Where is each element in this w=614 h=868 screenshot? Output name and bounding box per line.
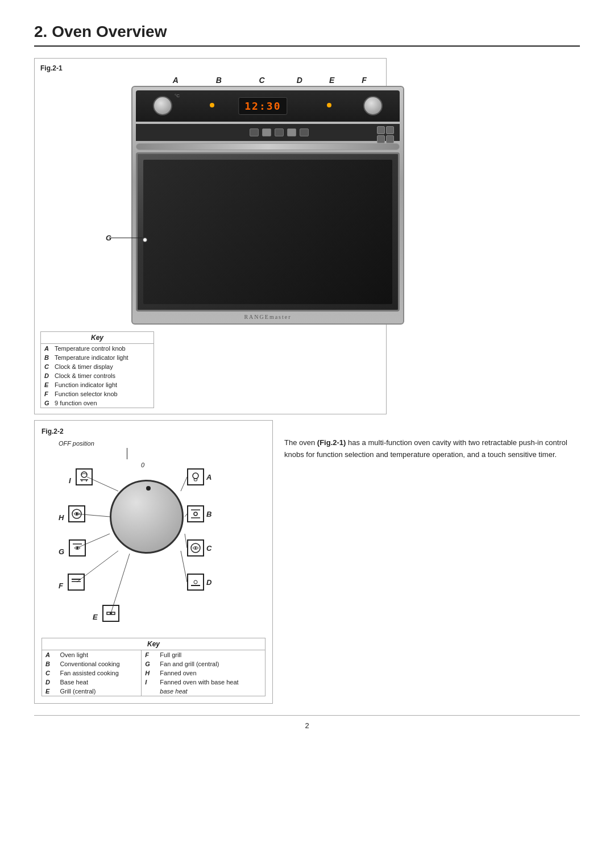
callout-C: C <box>240 76 284 85</box>
g-callout-line <box>111 238 143 238</box>
svg-point-15 <box>193 473 198 479</box>
fig-ref: (Fig.2-1) <box>317 438 346 447</box>
key-cell-H-text: Fanned oven <box>156 668 265 678</box>
key-row-D: D Clock & timer controls <box>41 371 154 380</box>
key-header-fig1: Key <box>41 332 154 344</box>
key-cell-B-text: Conventional cooking <box>56 659 141 668</box>
svg-point-6 <box>81 472 87 477</box>
key-cell-F-text: Full grill <box>156 650 265 660</box>
page-footer: 2 <box>34 715 580 730</box>
svg-point-11 <box>76 513 78 515</box>
func-label-F: F <box>59 582 63 590</box>
temp-control-knob-visual <box>153 96 172 115</box>
key-cell-I-text: Fanned oven with base heat <box>156 678 265 687</box>
func-icon-I <box>76 468 93 485</box>
func-label-H: H <box>59 513 64 522</box>
key-row-F: F Function selector knob <box>41 389 154 398</box>
svg-line-25 <box>181 477 187 491</box>
func-icon-H <box>68 505 85 522</box>
func-icon-C <box>187 539 204 556</box>
func-icon-G <box>69 539 86 556</box>
key-row-B: B Temperature indicator light <box>41 353 154 362</box>
func-icon-D <box>187 574 204 591</box>
key-cell-F-letter: F <box>142 650 157 660</box>
callout-E: E <box>316 76 348 85</box>
func-icon-D-area: D <box>187 574 211 591</box>
zero-mark: 0 <box>141 462 144 468</box>
key-cell-C-letter: C <box>42 668 57 678</box>
svg-point-12 <box>76 547 78 549</box>
key-cell-G-text: Fan and grill (central) <box>156 659 265 668</box>
svg-point-16 <box>194 512 197 516</box>
func-indicator-dot <box>327 103 331 107</box>
ctrl-btn-5 <box>300 128 309 136</box>
func-icon-G-area: G <box>59 539 86 556</box>
key-row-A: A Temperature control knob <box>41 344 154 353</box>
bottom-section: Fig.2-2 OFF position 0 I <box>34 420 580 704</box>
key-cell-C-text: Fan assisted cooking <box>56 668 141 678</box>
ctrl-btn-1 <box>250 128 259 136</box>
func-selector-knob <box>110 480 184 554</box>
func-label-C: C <box>206 544 211 553</box>
callout-F: F <box>348 76 380 85</box>
key-cell-I2 <box>142 687 157 696</box>
key-cell-A-text: Oven light <box>56 650 141 660</box>
g-dot <box>143 238 147 242</box>
func-icon-A <box>187 468 204 485</box>
key-cell-I-continued: base heat <box>156 687 265 696</box>
key-cell-D-text: Base heat <box>56 678 141 687</box>
key-cell-E-text: Grill (central) <box>56 687 141 696</box>
func-icon-F-area: F <box>59 574 85 591</box>
key-row-G: G 9 function oven <box>41 398 154 408</box>
key-cell-D-letter: D <box>42 678 57 687</box>
knob-indicator <box>146 486 151 491</box>
key-cell-B-letter: B <box>42 659 57 668</box>
fig2-2-label: Fig.2-2 <box>42 427 265 435</box>
func-icon-A-area: A <box>187 468 211 485</box>
callout-A: A <box>154 76 197 85</box>
func-selector-knob-visual <box>363 96 383 115</box>
fig2-1-label: Fig.2-1 <box>40 64 380 72</box>
callout-B: B <box>197 76 240 85</box>
svg-point-14 <box>110 612 112 614</box>
key-cell-G-letter: G <box>142 659 157 668</box>
func-label-I: I <box>69 476 71 485</box>
oven-window <box>136 152 400 312</box>
right-panel-btn-2 <box>386 126 394 134</box>
func-icon-B-area: B <box>187 505 211 522</box>
ctrl-btn-2 <box>262 128 271 136</box>
fig2-2-container: Fig.2-2 OFF position 0 I <box>34 420 273 704</box>
key-cell-A-letter: A <box>42 650 57 660</box>
key-cell-I-letter: I <box>142 678 157 687</box>
key-table-fig2: Key A Oven light F Full grill B Conventi… <box>42 638 265 696</box>
key-header-fig2: Key <box>42 638 265 650</box>
key-cell-H-letter: H <box>142 668 157 678</box>
callout-D: D <box>283 76 316 85</box>
func-label-D: D <box>206 578 211 587</box>
key-table-fig1: Key A Temperature control knob B Tempera… <box>40 331 154 408</box>
oven-handle <box>136 143 400 150</box>
func-label-G: G <box>59 547 64 556</box>
section-title: 2. Oven Overview <box>34 23 580 47</box>
off-line <box>127 448 127 459</box>
func-icon-E <box>102 605 119 622</box>
description-area: The oven (Fig.2-1) The oven (Fig.2-1) ha… <box>284 420 580 704</box>
func-label-E: E <box>93 613 98 621</box>
svg-line-28 <box>181 551 187 582</box>
fig2-1-container: Fig.2-1 A B C D E F <box>34 58 387 414</box>
svg-point-18 <box>195 547 197 549</box>
temp-indicator-dot <box>210 103 214 107</box>
func-label-B: B <box>206 510 211 518</box>
func-icon-B <box>187 505 204 522</box>
func-label-A: A <box>206 473 211 481</box>
clock-display: 12:30 <box>238 97 287 115</box>
key-row-C: C Clock & timer display <box>41 362 154 371</box>
ctrl-btn-4 <box>287 128 296 136</box>
description-para: The oven (Fig.2-1) The oven (Fig.2-1) ha… <box>284 437 580 461</box>
func-selector-diagram: OFF position 0 I <box>42 440 265 633</box>
brand-label: RANGEmaster <box>136 314 400 320</box>
page-number: 2 <box>305 721 309 730</box>
func-icon-C-area: C <box>187 539 211 556</box>
oven-body: °C 12:30 <box>131 86 380 325</box>
right-panel-btn-4 <box>386 135 394 143</box>
